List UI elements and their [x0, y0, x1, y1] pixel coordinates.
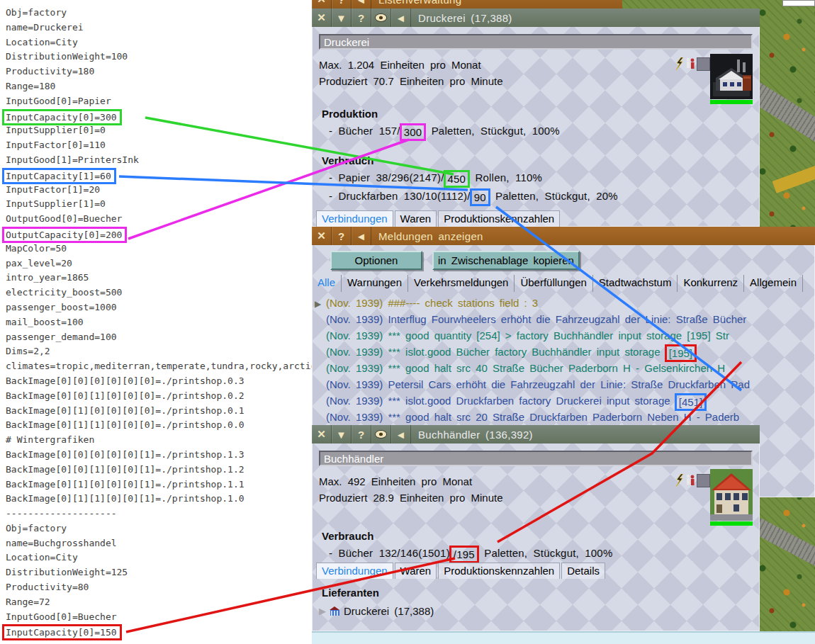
buchhaendler-tabs: Verbindungen Waren Produktionskennzahlen…: [316, 563, 760, 579]
message-row[interactable]: (Nov. 1939) *** good halt src 40 Straße …: [315, 360, 815, 376]
window-title: Meldungen anzeigen: [378, 230, 483, 242]
factory-tab[interactable]: Waren: [395, 210, 437, 227]
factory-tab[interactable]: Waren: [395, 563, 437, 579]
sticky-icon[interactable]: ◄: [352, 227, 371, 245]
message-filter-tab[interactable]: Alle: [312, 275, 342, 292]
config-line: OutputCapacity[0]=200: [6, 227, 312, 242]
factory-tab[interactable]: Produktionskennzahlen: [438, 563, 560, 579]
map-road: [753, 518, 815, 576]
factory-tab[interactable]: Verbindungen: [316, 563, 393, 579]
message-row[interactable]: (Nov. 1939) *** islot.good Bücher factor…: [315, 344, 815, 360]
sticky-icon[interactable]: ◄: [391, 425, 411, 444]
shade-icon[interactable]: ▼: [332, 9, 352, 27]
message-row[interactable]: (Nov. 1939) Petersil Cars erhöht die Fah…: [315, 376, 815, 392]
config-line: passenger_demand=100: [6, 330, 312, 345]
close-icon[interactable]: ✕: [312, 0, 332, 9]
message-filter-tab[interactable]: Allgemein: [744, 275, 803, 292]
buchhaendler-building-image: [710, 469, 753, 521]
copy-to-clipboard-button[interactable]: in Zwischenablage kopieren: [432, 251, 580, 270]
factory-name-input[interactable]: Buchhändler: [319, 451, 753, 466]
eye-icon[interactable]: [371, 9, 391, 27]
consumption-row: - Druckfarben 130/10(1112)/90 Paletten, …: [329, 190, 618, 203]
message-list: ▶(Nov. 1939) ###---- check stations fiel…: [315, 295, 815, 425]
expander-icon[interactable]: ▶: [319, 606, 326, 616]
factory-icon: [329, 606, 341, 616]
message-row[interactable]: (Nov. 1939) *** good halt src 20 Straße …: [315, 409, 815, 425]
druckerei-tabs: Verbindungen Waren Produktionskennzahlen: [316, 210, 760, 227]
config-line: InputCapacity[0]=150: [6, 624, 312, 639]
message-filter-tab[interactable]: Verkehrsmeldungen: [408, 275, 515, 292]
factory-status-bar: [710, 100, 753, 104]
config-line: climates=tropic,mediterran,temperate,tun…: [6, 359, 312, 374]
config-line: Obj=factory: [6, 521, 312, 536]
config-line: intro_year=1865: [6, 271, 312, 286]
message-filter-tab[interactable]: Überfüllungen: [515, 275, 592, 292]
annotation-box: /195: [449, 546, 479, 563]
status-square-icon: [697, 57, 710, 71]
config-line: BackImage[0][0][1][0][0][1]=./printshop.…: [6, 463, 312, 478]
supplier-row[interactable]: ▶ Druckerei (17,388): [319, 605, 434, 617]
config-line: --------------------: [6, 507, 312, 521]
consumption-heading: Verbrauch: [322, 530, 373, 542]
config-line: InputFactor[1]=20: [6, 183, 312, 198]
druckerei-titlebar[interactable]: ✕ ▼ ? ◄ Druckerei (17,388): [312, 9, 760, 27]
config-line: InputGood[0]=Buecher: [6, 610, 312, 625]
message-row[interactable]: ▶(Nov. 1939) ###---- check stations fiel…: [315, 295, 815, 311]
message-filter-tab[interactable]: Konkurrenz: [678, 275, 744, 292]
message-row[interactable]: (Nov. 1939) *** islot.good Druckfarben f…: [315, 392, 815, 409]
help-icon[interactable]: ?: [352, 9, 371, 27]
factory-tab[interactable]: Produktionskennzahlen: [438, 210, 560, 227]
config-text: Obj=factory name=Druckerei Location=City…: [0, 0, 312, 639]
message-filter-tabs: Alle Warnungen Verkehrsmeldungen Überfül…: [312, 275, 815, 292]
factory-tab[interactable]: Verbindungen: [316, 210, 393, 227]
message-filter-tab[interactable]: Stadtwachstum: [593, 275, 678, 292]
config-line: Location=City: [6, 550, 312, 565]
sticky-icon[interactable]: ◄: [352, 0, 371, 9]
factory-name-input[interactable]: Druckerei: [319, 34, 753, 50]
window-buchhaendler: ✕ ▼ ? ◄ Buchhändler (136,392) Buchhändle…: [312, 425, 760, 631]
help-icon[interactable]: ?: [352, 425, 371, 444]
config-line: BackImage[0][0][1][0][0][0]=./printshop.…: [6, 389, 312, 404]
config-highlight-box: OutputCapacity[0]=200: [2, 227, 127, 243]
eye-icon[interactable]: [371, 425, 391, 444]
message-row[interactable]: (Nov. 1939) Interflug Fourwheelers erhöh…: [315, 311, 815, 327]
config-line: BackImage[0][1][0][0][0][0]=./printshop.…: [6, 404, 312, 419]
message-filter-tab[interactable]: Warnungen: [342, 275, 408, 292]
close-icon[interactable]: ✕: [312, 227, 332, 245]
config-line: InputSupplier[1]=0: [6, 197, 312, 212]
lightning-icon: [675, 474, 684, 487]
config-line: InputGood[0]=Papier: [6, 94, 312, 109]
config-line: passenger_boost=1000: [6, 300, 312, 315]
help-icon[interactable]: ?: [332, 0, 352, 9]
config-line: InputGood[1]=PrintersInk: [6, 153, 312, 168]
passengers-icon: [685, 474, 695, 487]
annotation-box: [195]: [665, 344, 697, 362]
shade-icon[interactable]: ▼: [332, 425, 352, 444]
window-druckerei: ✕ ▼ ? ◄ Druckerei (17,388) Druckerei Max…: [312, 9, 760, 227]
factory-indicators: [675, 474, 710, 487]
max-production-line: Max. 1.204 Einheiten pro Monat: [319, 59, 481, 71]
annotation-box: [451]: [675, 393, 707, 411]
config-line: BackImage[0][1][1][0][0][1]=./printshop.…: [6, 492, 312, 507]
meldungen-titlebar[interactable]: ✕ ? ◄ Meldungen anzeigen: [312, 227, 815, 245]
listenverwaltung-titlebar[interactable]: ✕ ? ◄ Listenverwaltung: [312, 0, 622, 9]
factory-tab[interactable]: Details: [561, 563, 605, 579]
config-line: Obj=factory: [6, 6, 312, 21]
config-file-panel[interactable]: Obj=factory name=Druckerei Location=City…: [0, 0, 312, 644]
sticky-icon[interactable]: ◄: [391, 9, 411, 27]
message-row[interactable]: (Nov. 1939) *** good quantity [254] > fa…: [315, 327, 815, 344]
annotation-box: 90: [470, 188, 490, 206]
expander-icon[interactable]: ▶: [315, 296, 326, 312]
options-button[interactable]: Optionen: [330, 251, 422, 270]
config-line: DistributionWeight=100: [6, 50, 312, 64]
config-line: name=Druckerei: [6, 21, 312, 35]
close-icon[interactable]: ✕: [312, 9, 332, 27]
close-icon[interactable]: ✕: [312, 425, 332, 444]
config-line: BackImage[0][0][0][0][0][1]=./printshop.…: [6, 448, 312, 463]
buchhaendler-titlebar[interactable]: ✕ ▼ ? ◄ Buchhändler (136,392): [312, 425, 760, 444]
help-icon[interactable]: ?: [332, 227, 352, 245]
annotation-box: 300: [400, 123, 427, 141]
config-line: Dims=2,2: [6, 344, 312, 359]
config-line: InputCapacity[0]=300: [6, 109, 312, 124]
config-line: Location=City: [6, 35, 312, 50]
